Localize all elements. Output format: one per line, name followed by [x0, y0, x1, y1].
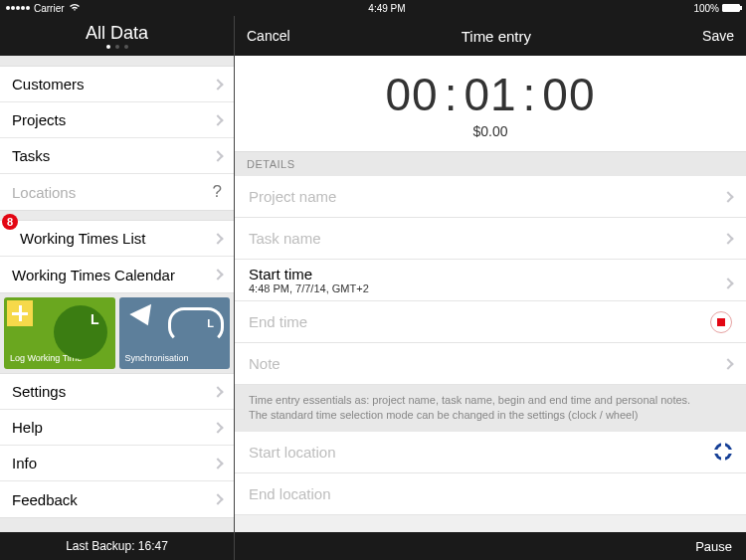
field-label: End time: [249, 313, 710, 330]
sidebar-item-info[interactable]: Info: [0, 446, 234, 481]
sidebar-item-settings[interactable]: Settings: [0, 374, 234, 410]
detail-nav: Cancel Time entry Save: [235, 16, 746, 56]
chevron-right-icon: [722, 191, 733, 202]
rate-label: $0.00: [235, 123, 746, 139]
sidebar-footer: Last Backup: 16:47: [0, 532, 234, 560]
cancel-button[interactable]: Cancel: [247, 28, 290, 44]
field-label: Start time: [249, 266, 312, 282]
chevron-right-icon: [212, 422, 223, 433]
help-icon[interactable]: ?: [213, 182, 222, 202]
field-label: End location: [249, 485, 732, 502]
chevron-right-icon: [212, 233, 223, 244]
battery-percent: 100%: [693, 3, 719, 14]
field-end-location[interactable]: End location: [235, 473, 746, 515]
sidebar-group-times: 8 Working Times List Working Times Calen…: [0, 220, 234, 293]
field-label: Task name: [249, 230, 724, 247]
sidebar-item-tasks[interactable]: Tasks: [0, 138, 234, 174]
sidebar-group-data: Customers Projects Tasks Locations ?: [0, 66, 234, 211]
timer-minutes: 01: [464, 68, 516, 121]
tile-synchronisation[interactable]: L Synchronisation: [119, 297, 231, 369]
field-task-name[interactable]: Task name: [235, 218, 746, 260]
sync-arrow-icon: [129, 304, 158, 330]
sidebar-tiles: L Log Working Time L Synchronisation: [0, 293, 234, 373]
section-header-details: DETAILS: [235, 152, 746, 176]
sidebar-item-label: Projects: [12, 111, 214, 128]
chevron-right-icon: [212, 114, 223, 125]
sidebar-item-projects[interactable]: Projects: [0, 102, 234, 138]
sidebar-group-misc: Settings Help Info Feedback: [0, 373, 234, 518]
field-start-location[interactable]: Start location: [235, 432, 746, 473]
field-project-name[interactable]: Project name: [235, 176, 746, 218]
sidebar-item-locations[interactable]: Locations ?: [0, 174, 234, 210]
sidebar-item-working-times-list[interactable]: 8 Working Times List: [0, 221, 234, 257]
sidebar: All Data Customers Projects Tasks: [0, 16, 234, 560]
chevron-right-icon: [212, 269, 223, 280]
sidebar-header: All Data: [0, 16, 234, 56]
sidebar-item-label: Tasks: [12, 147, 214, 164]
chevron-right-icon: [212, 150, 223, 161]
chevron-right-icon: [722, 358, 733, 369]
signal-dots-icon: [6, 6, 30, 10]
sidebar-item-label: Feedback: [12, 491, 214, 508]
field-label: Start location: [249, 444, 714, 461]
tile-label: Synchronisation: [125, 354, 189, 363]
timer-hours: 00: [385, 68, 438, 121]
wifi-icon: [69, 3, 81, 14]
carrier-label: Carrier: [34, 3, 65, 14]
pause-button[interactable]: Pause: [695, 539, 732, 554]
hint-line: Time entry essentials as: project name, …: [249, 393, 732, 408]
battery-icon: [722, 4, 740, 12]
sidebar-item-customers[interactable]: Customers: [0, 67, 234, 102]
tile-label: Log Working Time: [10, 354, 82, 363]
tile-log-working-time[interactable]: L Log Working Time: [4, 297, 115, 369]
field-end-time[interactable]: End time: [235, 301, 746, 343]
detail-pane: Cancel Time entry Save 00 : 01 : 00 $0.0…: [234, 16, 746, 560]
sidebar-title: All Data: [86, 24, 148, 42]
cloud-letter-icon: L: [207, 317, 214, 329]
sidebar-item-working-times-calendar[interactable]: Working Times Calendar: [0, 257, 234, 292]
chevron-right-icon: [722, 278, 733, 288]
section-hint: Time entry essentials as: project name, …: [235, 385, 746, 432]
save-button[interactable]: Save: [702, 28, 734, 44]
badge: 8: [2, 214, 18, 230]
clock-letter-icon: L: [91, 311, 99, 327]
chevron-right-icon: [212, 79, 223, 90]
sidebar-item-label: Working Times Calendar: [12, 267, 214, 283]
sidebar-item-label: Locations: [12, 184, 213, 201]
sidebar-item-label: Info: [12, 455, 214, 471]
timer-display: 00 : 01 : 00 $0.00: [235, 56, 746, 152]
detail-title: Time entry: [290, 28, 702, 45]
plus-icon: [7, 300, 33, 326]
locate-icon[interactable]: [714, 443, 732, 461]
sidebar-item-label: Customers: [12, 76, 214, 93]
sidebar-item-feedback[interactable]: Feedback: [0, 481, 234, 517]
field-note[interactable]: Note: [235, 343, 746, 385]
status-time: 4:49 PM: [81, 3, 694, 14]
page-indicator[interactable]: [106, 45, 128, 49]
hint-line: The standard time selection mode can be …: [249, 408, 732, 423]
sidebar-item-label: Working Times List: [20, 230, 214, 247]
field-sub-label: 4:48 PM, 7/7/14, GMT+2: [249, 282, 369, 294]
field-label: Project name: [249, 188, 724, 205]
chevron-right-icon: [212, 386, 223, 397]
status-bar: Carrier 4:49 PM 100%: [0, 0, 746, 16]
chevron-right-icon: [722, 233, 733, 244]
sidebar-item-help[interactable]: Help: [0, 410, 234, 446]
field-label: Note: [249, 355, 724, 372]
timer-seconds: 00: [542, 68, 595, 121]
field-start-time[interactable]: Start time 4:48 PM, 7/7/14, GMT+2: [235, 260, 746, 301]
stop-record-icon[interactable]: [710, 311, 732, 333]
chevron-right-icon: [212, 493, 223, 504]
sidebar-item-label: Help: [12, 419, 214, 436]
chevron-right-icon: [212, 458, 223, 468]
sidebar-item-label: Settings: [12, 383, 214, 400]
